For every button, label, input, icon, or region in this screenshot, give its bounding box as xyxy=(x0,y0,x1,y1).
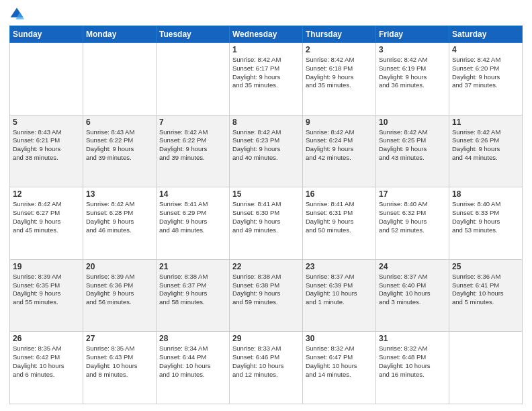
calendar-cell: 19Sunrise: 8:39 AM Sunset: 6:35 PM Dayli… xyxy=(10,259,83,332)
day-info: Sunrise: 8:34 AM Sunset: 6:44 PM Dayligh… xyxy=(159,345,226,379)
day-number: 25 xyxy=(452,262,519,271)
day-number: 18 xyxy=(452,189,519,199)
calendar-cell: 29Sunrise: 8:33 AM Sunset: 6:46 PM Dayli… xyxy=(230,332,303,404)
day-number: 3 xyxy=(379,45,446,54)
day-number: 22 xyxy=(232,262,300,271)
calendar-cell xyxy=(157,43,230,116)
day-number: 31 xyxy=(379,334,446,343)
day-number: 15 xyxy=(232,189,300,199)
page: SundayMondayTuesdayWednesdayThursdayFrid… xyxy=(0,0,532,411)
day-number: 11 xyxy=(452,118,519,127)
day-number: 5 xyxy=(13,118,80,127)
day-info: Sunrise: 8:42 AM Sunset: 6:23 PM Dayligh… xyxy=(232,128,300,163)
day-number: 19 xyxy=(13,262,80,271)
day-number: 28 xyxy=(159,334,226,343)
day-info: Sunrise: 8:41 AM Sunset: 6:29 PM Dayligh… xyxy=(159,200,226,234)
day-info: Sunrise: 8:42 AM Sunset: 6:22 PM Dayligh… xyxy=(159,128,226,163)
day-number: 8 xyxy=(232,118,300,127)
day-info: Sunrise: 8:37 AM Sunset: 6:39 PM Dayligh… xyxy=(306,273,373,307)
weekday-header: Wednesday xyxy=(230,26,303,43)
day-info: Sunrise: 8:43 AM Sunset: 6:21 PM Dayligh… xyxy=(13,128,80,163)
calendar-cell: 21Sunrise: 8:38 AM Sunset: 6:37 PM Dayli… xyxy=(157,259,230,332)
calendar-cell: 15Sunrise: 8:41 AM Sunset: 6:30 PM Dayli… xyxy=(230,187,303,260)
calendar-cell: 20Sunrise: 8:39 AM Sunset: 6:36 PM Dayli… xyxy=(83,259,157,332)
day-info: Sunrise: 8:41 AM Sunset: 6:30 PM Dayligh… xyxy=(232,200,300,234)
header xyxy=(9,7,523,21)
day-info: Sunrise: 8:42 AM Sunset: 6:18 PM Dayligh… xyxy=(306,56,373,90)
day-number: 17 xyxy=(379,189,446,199)
day-info: Sunrise: 8:43 AM Sunset: 6:22 PM Dayligh… xyxy=(86,128,153,163)
day-info: Sunrise: 8:41 AM Sunset: 6:31 PM Dayligh… xyxy=(306,200,373,234)
day-number: 21 xyxy=(159,262,226,271)
day-info: Sunrise: 8:39 AM Sunset: 6:35 PM Dayligh… xyxy=(13,273,80,307)
day-info: Sunrise: 8:35 AM Sunset: 6:43 PM Dayligh… xyxy=(86,345,153,379)
calendar-row: 12Sunrise: 8:42 AM Sunset: 6:27 PM Dayli… xyxy=(10,187,523,260)
day-number: 10 xyxy=(379,118,446,127)
calendar-cell: 14Sunrise: 8:41 AM Sunset: 6:29 PM Dayli… xyxy=(157,187,230,260)
calendar-cell: 1Sunrise: 8:42 AM Sunset: 6:17 PM Daylig… xyxy=(230,43,303,116)
calendar-cell: 25Sunrise: 8:36 AM Sunset: 6:41 PM Dayli… xyxy=(449,259,523,332)
day-info: Sunrise: 8:37 AM Sunset: 6:40 PM Dayligh… xyxy=(379,273,446,307)
calendar-cell: 13Sunrise: 8:42 AM Sunset: 6:28 PM Dayli… xyxy=(83,187,157,260)
day-number: 23 xyxy=(306,262,373,271)
day-info: Sunrise: 8:40 AM Sunset: 6:33 PM Dayligh… xyxy=(452,200,519,234)
calendar-cell: 12Sunrise: 8:42 AM Sunset: 6:27 PM Dayli… xyxy=(10,187,83,260)
calendar-row: 26Sunrise: 8:35 AM Sunset: 6:42 PM Dayli… xyxy=(10,332,523,404)
day-number: 2 xyxy=(306,45,373,54)
calendar-cell: 30Sunrise: 8:32 AM Sunset: 6:47 PM Dayli… xyxy=(303,332,376,404)
calendar-row: 5Sunrise: 8:43 AM Sunset: 6:21 PM Daylig… xyxy=(10,115,523,187)
day-number: 1 xyxy=(232,45,300,54)
day-number: 30 xyxy=(306,334,373,343)
day-number: 29 xyxy=(232,334,300,343)
calendar-cell: 6Sunrise: 8:43 AM Sunset: 6:22 PM Daylig… xyxy=(83,115,157,187)
day-info: Sunrise: 8:33 AM Sunset: 6:46 PM Dayligh… xyxy=(232,345,300,379)
calendar-cell: 16Sunrise: 8:41 AM Sunset: 6:31 PM Dayli… xyxy=(303,187,376,260)
calendar-cell: 26Sunrise: 8:35 AM Sunset: 6:42 PM Dayli… xyxy=(10,332,83,404)
day-info: Sunrise: 8:38 AM Sunset: 6:37 PM Dayligh… xyxy=(159,273,226,307)
day-info: Sunrise: 8:35 AM Sunset: 6:42 PM Dayligh… xyxy=(13,345,80,379)
calendar-cell: 4Sunrise: 8:42 AM Sunset: 6:20 PM Daylig… xyxy=(449,43,523,116)
day-number: 7 xyxy=(159,118,226,127)
calendar-cell: 8Sunrise: 8:42 AM Sunset: 6:23 PM Daylig… xyxy=(230,115,303,187)
day-info: Sunrise: 8:42 AM Sunset: 6:17 PM Dayligh… xyxy=(232,56,300,90)
day-info: Sunrise: 8:42 AM Sunset: 6:27 PM Dayligh… xyxy=(13,200,80,234)
day-number: 4 xyxy=(452,45,519,54)
day-info: Sunrise: 8:42 AM Sunset: 6:24 PM Dayligh… xyxy=(306,128,373,163)
weekday-header: Monday xyxy=(83,26,157,43)
calendar-cell xyxy=(83,43,157,116)
day-info: Sunrise: 8:42 AM Sunset: 6:19 PM Dayligh… xyxy=(379,56,446,90)
calendar-cell: 9Sunrise: 8:42 AM Sunset: 6:24 PM Daylig… xyxy=(303,115,376,187)
weekday-header-row: SundayMondayTuesdayWednesdayThursdayFrid… xyxy=(10,26,523,43)
calendar-cell: 23Sunrise: 8:37 AM Sunset: 6:39 PM Dayli… xyxy=(303,259,376,332)
calendar-cell: 10Sunrise: 8:42 AM Sunset: 6:25 PM Dayli… xyxy=(376,115,449,187)
day-info: Sunrise: 8:42 AM Sunset: 6:26 PM Dayligh… xyxy=(452,128,519,163)
calendar-cell: 11Sunrise: 8:42 AM Sunset: 6:26 PM Dayli… xyxy=(449,115,523,187)
day-number: 27 xyxy=(86,334,153,343)
calendar-cell: 31Sunrise: 8:32 AM Sunset: 6:48 PM Dayli… xyxy=(376,332,449,404)
calendar-table: SundayMondayTuesdayWednesdayThursdayFrid… xyxy=(9,26,523,404)
logo-icon xyxy=(9,7,24,21)
day-info: Sunrise: 8:39 AM Sunset: 6:36 PM Dayligh… xyxy=(86,273,153,307)
day-number: 9 xyxy=(306,118,373,127)
day-info: Sunrise: 8:32 AM Sunset: 6:48 PM Dayligh… xyxy=(379,345,446,379)
day-number: 20 xyxy=(86,262,153,271)
weekday-header: Tuesday xyxy=(157,26,230,43)
day-info: Sunrise: 8:38 AM Sunset: 6:38 PM Dayligh… xyxy=(232,273,300,307)
logo xyxy=(9,7,27,21)
calendar-cell: 22Sunrise: 8:38 AM Sunset: 6:38 PM Dayli… xyxy=(230,259,303,332)
day-number: 6 xyxy=(86,118,153,127)
calendar-cell: 3Sunrise: 8:42 AM Sunset: 6:19 PM Daylig… xyxy=(376,43,449,116)
calendar-cell: 18Sunrise: 8:40 AM Sunset: 6:33 PM Dayli… xyxy=(449,187,523,260)
weekday-header: Sunday xyxy=(10,26,83,43)
calendar-cell: 27Sunrise: 8:35 AM Sunset: 6:43 PM Dayli… xyxy=(83,332,157,404)
calendar-cell xyxy=(449,332,523,404)
day-number: 12 xyxy=(13,189,80,199)
day-info: Sunrise: 8:40 AM Sunset: 6:32 PM Dayligh… xyxy=(379,200,446,234)
calendar-row: 19Sunrise: 8:39 AM Sunset: 6:35 PM Dayli… xyxy=(10,259,523,332)
day-info: Sunrise: 8:36 AM Sunset: 6:41 PM Dayligh… xyxy=(452,273,519,307)
day-info: Sunrise: 8:42 AM Sunset: 6:25 PM Dayligh… xyxy=(379,128,446,163)
calendar-cell: 28Sunrise: 8:34 AM Sunset: 6:44 PM Dayli… xyxy=(157,332,230,404)
calendar-cell: 17Sunrise: 8:40 AM Sunset: 6:32 PM Dayli… xyxy=(376,187,449,260)
calendar-row: 1Sunrise: 8:42 AM Sunset: 6:17 PM Daylig… xyxy=(10,43,523,116)
day-number: 16 xyxy=(306,189,373,199)
